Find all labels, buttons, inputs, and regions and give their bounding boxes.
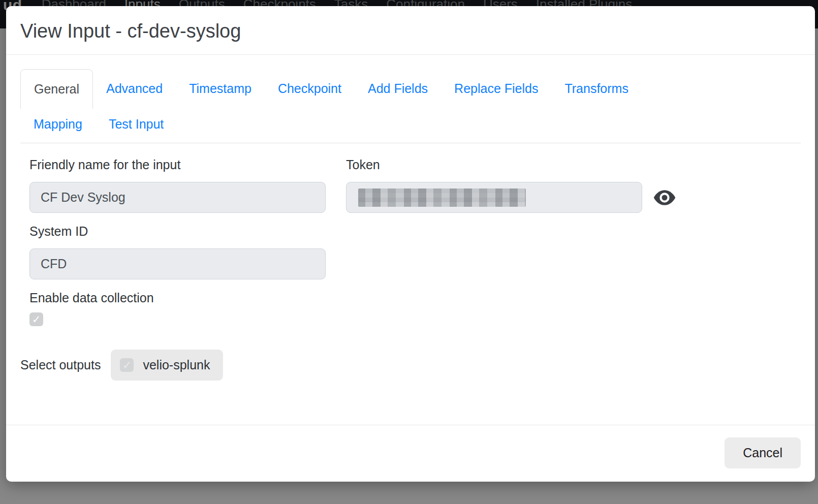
friendly-name-input[interactable] bbox=[29, 182, 326, 213]
tab-checkpoint[interactable]: Checkpoint bbox=[265, 69, 355, 109]
modal-header: View Input - cf-dev-syslog bbox=[6, 6, 815, 55]
tab-bar: General Advanced Timestamp Checkpoint Ad… bbox=[20, 69, 801, 143]
checkmark-icon: ✓ bbox=[32, 314, 41, 325]
enable-data-collection-checkbox: ✓ bbox=[29, 312, 43, 326]
view-input-modal: View Input - cf-dev-syslog General Advan… bbox=[6, 6, 815, 482]
modal-title: View Input - cf-dev-syslog bbox=[20, 20, 801, 42]
select-outputs-label: Select outputs bbox=[20, 358, 101, 372]
cancel-button[interactable]: Cancel bbox=[725, 437, 801, 468]
tab-general[interactable]: General bbox=[20, 69, 93, 109]
tab-replace-fields[interactable]: Replace Fields bbox=[441, 69, 551, 109]
modal-body: General Advanced Timestamp Checkpoint Ad… bbox=[6, 55, 815, 425]
eye-icon[interactable] bbox=[653, 190, 676, 206]
tab-add-fields[interactable]: Add Fields bbox=[355, 69, 441, 109]
enable-data-collection-label: Enable data collection bbox=[29, 291, 801, 305]
system-id-input[interactable] bbox=[29, 248, 326, 279]
modal-footer: Cancel bbox=[6, 425, 815, 482]
checkmark-icon: ✓ bbox=[122, 360, 132, 370]
tab-transforms[interactable]: Transforms bbox=[551, 69, 641, 109]
friendly-name-label: Friendly name for the input bbox=[29, 158, 326, 172]
output-velio-splunk-checkbox: ✓ bbox=[120, 358, 134, 372]
token-label: Token bbox=[346, 158, 642, 172]
tab-advanced[interactable]: Advanced bbox=[93, 69, 176, 109]
output-chip-label: velio-splunk bbox=[143, 358, 210, 372]
tab-timestamp[interactable]: Timestamp bbox=[176, 69, 265, 109]
tab-test-input[interactable]: Test Input bbox=[96, 109, 177, 143]
select-outputs-row: Select outputs ✓ velio-splunk bbox=[20, 350, 801, 381]
general-tab-form: Friendly name for the input Token bbox=[20, 146, 801, 326]
output-chip-velio-splunk: ✓ velio-splunk bbox=[111, 350, 223, 381]
tab-mapping[interactable]: Mapping bbox=[20, 109, 96, 143]
token-redaction-blur bbox=[358, 188, 526, 207]
system-id-label: System ID bbox=[29, 224, 326, 239]
